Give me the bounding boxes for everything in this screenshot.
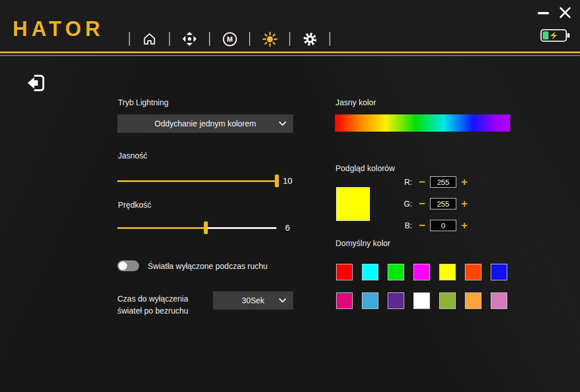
default-color-swatch[interactable] bbox=[439, 264, 456, 280]
minimize-button[interactable] bbox=[538, 8, 550, 18]
chevron-down-icon bbox=[279, 121, 286, 126]
idle-timeout-dropdown[interactable]: 30Sek bbox=[213, 291, 293, 310]
macro-letter: M bbox=[227, 35, 232, 43]
default-colors-label: Domyślny kolor bbox=[336, 239, 390, 248]
default-color-swatch[interactable] bbox=[362, 264, 378, 280]
minimize-icon bbox=[538, 12, 549, 14]
header-divider-dim bbox=[0, 55, 580, 56]
red-plus-button[interactable]: + bbox=[460, 176, 469, 188]
default-color-swatch[interactable] bbox=[336, 264, 353, 280]
nav-tab-home[interactable] bbox=[141, 30, 158, 47]
red-label: R: bbox=[401, 177, 412, 187]
header-divider-bright bbox=[0, 52, 580, 53]
speed-slider[interactable] bbox=[117, 221, 277, 235]
nav-divider bbox=[249, 32, 250, 46]
hator-logo: HATOR bbox=[13, 17, 104, 41]
idle-timeout-label-line2: świateł po bezruchu bbox=[117, 305, 188, 317]
battery-charging-icon bbox=[540, 27, 571, 43]
default-colors-row-1 bbox=[336, 264, 507, 280]
blue-minus-button[interactable]: − bbox=[417, 220, 427, 231]
idle-timeout-selected: 30Sek bbox=[242, 296, 265, 305]
blue-label: B: bbox=[401, 221, 412, 230]
idle-timeout-label-line1: Czas do wyłączenia bbox=[117, 293, 188, 305]
red-value-input[interactable] bbox=[430, 176, 456, 188]
blue-plus-button[interactable]: + bbox=[460, 220, 469, 231]
green-minus-button[interactable]: − bbox=[417, 198, 427, 209]
default-color-swatch[interactable] bbox=[465, 292, 482, 309]
chevron-down-icon bbox=[279, 298, 286, 303]
color-preview-label: Podgląd kolorów bbox=[336, 164, 395, 173]
brightness-slider[interactable] bbox=[117, 174, 277, 188]
sun-icon bbox=[262, 31, 278, 47]
nav-divider bbox=[169, 32, 170, 46]
hue-bar-label: Jasny kolor bbox=[336, 98, 376, 107]
default-color-swatch[interactable] bbox=[362, 292, 378, 309]
green-plus-button[interactable]: + bbox=[460, 198, 469, 209]
green-value-input[interactable] bbox=[430, 198, 456, 209]
default-color-swatch[interactable] bbox=[491, 264, 507, 280]
gear-icon bbox=[302, 31, 318, 47]
default-color-swatch[interactable] bbox=[388, 292, 404, 309]
default-color-swatch[interactable] bbox=[465, 264, 482, 280]
nav-divider bbox=[129, 32, 130, 46]
brightness-label: Jasność bbox=[118, 151, 147, 160]
titlebar: HATOR bbox=[0, 0, 580, 52]
back-exit-icon bbox=[25, 72, 47, 94]
brightness-value: 10 bbox=[283, 176, 293, 185]
speed-value: 6 bbox=[285, 223, 290, 232]
blue-value-input[interactable] bbox=[430, 220, 456, 231]
default-color-swatch[interactable] bbox=[413, 264, 430, 280]
default-colors-row-2 bbox=[336, 292, 507, 309]
back-button[interactable] bbox=[25, 72, 47, 94]
idle-timeout-label: Czas do wyłączenia świateł po bezruchu bbox=[117, 293, 188, 317]
lighting-mode-dropdown[interactable]: Oddychanie jednym kolorem bbox=[117, 114, 293, 133]
app-window: HATOR bbox=[0, 0, 580, 392]
close-icon bbox=[557, 5, 573, 21]
default-color-swatch[interactable] bbox=[388, 264, 404, 280]
slider-fill bbox=[117, 180, 277, 182]
default-color-swatch[interactable] bbox=[439, 292, 456, 309]
red-minus-button[interactable]: − bbox=[417, 176, 427, 188]
default-color-swatch[interactable] bbox=[336, 292, 353, 309]
rgb-row-green: G: − + bbox=[401, 197, 469, 211]
rgb-row-blue: B: − + bbox=[401, 219, 469, 232]
main-nav: M bbox=[118, 26, 341, 52]
slider-thumb[interactable] bbox=[275, 175, 279, 187]
lighting-mode-selected: Oddychanie jednym kolorem bbox=[155, 119, 256, 128]
toggle-knob bbox=[119, 262, 127, 270]
nav-divider bbox=[329, 32, 330, 46]
lights-off-motion-toggle[interactable] bbox=[117, 260, 139, 271]
lighting-mode-label: Tryb Lightning bbox=[118, 98, 168, 107]
rgb-steppers: R: − + G: − + B: − + bbox=[401, 175, 469, 240]
macro-m-icon: M bbox=[222, 31, 238, 47]
dpi-sensor-icon bbox=[182, 31, 198, 47]
nav-divider bbox=[209, 32, 210, 46]
rgb-row-red: R: − + bbox=[401, 175, 469, 189]
nav-divider bbox=[289, 32, 290, 46]
speed-label: Prędkość bbox=[118, 200, 151, 209]
home-icon bbox=[142, 31, 157, 46]
nav-tab-settings[interactable] bbox=[301, 30, 318, 47]
color-preview-swatch bbox=[336, 187, 370, 221]
slider-fill bbox=[117, 227, 206, 229]
default-color-swatch[interactable] bbox=[413, 292, 430, 309]
battery-indicator bbox=[540, 27, 571, 46]
nav-tab-lighting-active[interactable] bbox=[261, 30, 278, 47]
lights-off-motion-label: Światła wyłączone podczas ruchu bbox=[148, 262, 267, 271]
default-color-swatch[interactable] bbox=[491, 292, 507, 309]
hue-gradient-bar[interactable] bbox=[335, 114, 510, 132]
slider-thumb[interactable] bbox=[204, 221, 208, 234]
nav-tab-sensor[interactable] bbox=[181, 30, 198, 47]
green-label: G: bbox=[401, 199, 412, 208]
nav-tab-macro[interactable]: M bbox=[221, 30, 238, 47]
close-button[interactable] bbox=[557, 5, 573, 21]
